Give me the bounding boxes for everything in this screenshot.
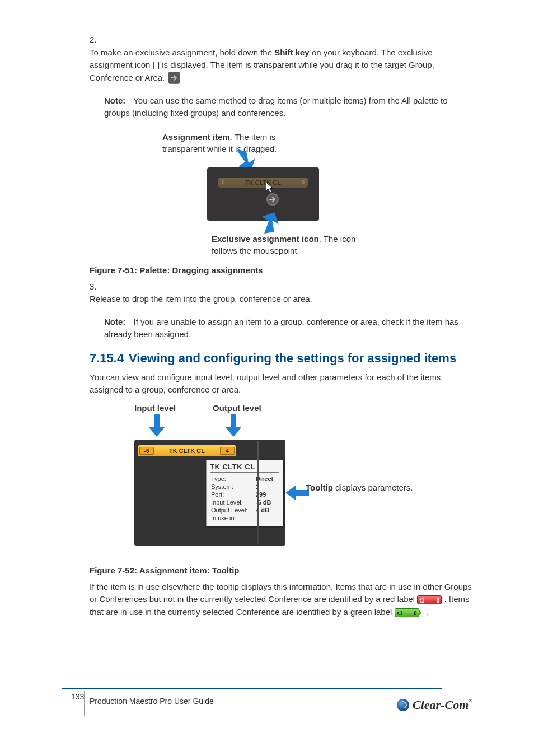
- assignment-tooltip: TK CLTK CL Type:Direct System:1 Port:299…: [206, 460, 283, 526]
- list-item-2: To make an exclusive assignment, hold do…: [90, 46, 456, 85]
- note-text-2: If you are unable to assign an item to a…: [104, 317, 458, 339]
- brand-logo: Clear-Com®: [397, 698, 472, 712]
- svg-marker-4: [225, 414, 242, 437]
- svg-marker-2: [262, 212, 279, 234]
- list-num-3: 3.: [90, 281, 104, 293]
- svg-marker-3: [148, 414, 165, 437]
- assignment-label: TK CLTK CL: [169, 447, 205, 454]
- figure-7-51: Assignment item. The item is transparent…: [162, 131, 472, 260]
- usage-paragraph: If the item is in use elsewhere the tool…: [90, 581, 472, 619]
- section-body: You can view and configure input level, …: [90, 371, 472, 396]
- note-text-1: You can use the same method to drag item…: [104, 96, 448, 118]
- note-label-2: Note:: [104, 317, 125, 326]
- figure-7-52: Input level Output level -6 TK CLTK CL 4…: [134, 403, 472, 560]
- input-level-badge[interactable]: -6: [139, 447, 154, 455]
- page-number: 133: [71, 692, 84, 701]
- arrow-down-icon: [225, 414, 242, 437]
- dragged-assignment-item[interactable]: 0 TK CLTK CL 0: [218, 178, 308, 188]
- arrow-icon: [259, 212, 281, 235]
- assignment-item[interactable]: -6 TK CLTK CL 4: [138, 445, 236, 456]
- note-label-1: Note:: [104, 96, 125, 105]
- globe-icon: [397, 699, 409, 711]
- in-use-here-badge: s10: [395, 608, 419, 617]
- list-num-2: 2.: [90, 34, 104, 46]
- tooltip-side-label: Tooltip displays parameters.: [306, 482, 413, 493]
- list-item-3: Release to drop the item into the group,…: [90, 293, 456, 306]
- in-use-elsewhere-badge: t10: [417, 595, 442, 604]
- footer-title: Production Maestro Pro User Guide: [90, 697, 214, 706]
- output-level-badge[interactable]: 4: [220, 447, 235, 455]
- svg-marker-1: [266, 182, 273, 192]
- figure-caption-1: Figure 7-51: Palette: Dragging assignmen…: [90, 265, 472, 275]
- section-heading: 7.15.4Viewing and configuring the settin…: [90, 351, 472, 366]
- figure-caption-2: Figure 7-52: Assignment item: Tooltip: [90, 566, 472, 575]
- exclusive-assignment-icon: [266, 193, 279, 206]
- footer-divider: [62, 688, 442, 689]
- cursor-icon: [266, 182, 275, 193]
- exclusive-assignment-icon: [168, 72, 180, 84]
- arrow-down-icon: [148, 414, 165, 437]
